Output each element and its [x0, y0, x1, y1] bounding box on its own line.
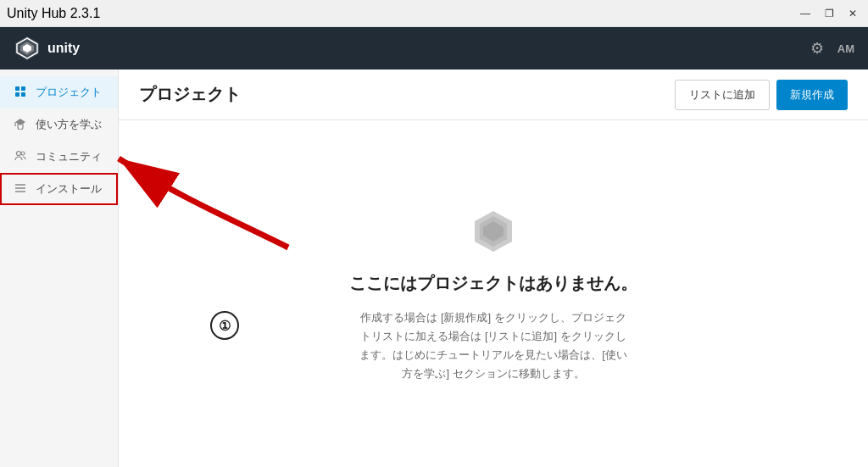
page-title: プロジェクト: [139, 83, 241, 106]
header-buttons: リストに追加 新規作成: [675, 80, 848, 110]
sidebar-item-learn[interactable]: 使い方を学ぶ: [0, 108, 118, 141]
minimize-button[interactable]: —: [797, 5, 814, 22]
unity-logo-icon: [14, 35, 41, 62]
projects-icon: [14, 86, 27, 100]
logo-text: unity: [47, 41, 80, 56]
learn-icon: [14, 118, 27, 132]
svg-rect-4: [15, 86, 19, 91]
new-project-button[interactable]: 新規作成: [776, 80, 848, 110]
add-to-list-button[interactable]: リストに追加: [675, 80, 770, 110]
content-header: プロジェクト リストに追加 新規作成: [119, 69, 868, 120]
title-text: Unity Hub 2.3.1: [7, 6, 100, 21]
sidebar: プロジェクト 使い方を学ぶ コミュニティ インストール: [0, 69, 119, 467]
header-right: ⚙ AM: [810, 39, 854, 58]
logo-area: unity: [14, 35, 80, 62]
gear-icon[interactable]: ⚙: [810, 39, 824, 58]
community-icon: [14, 150, 27, 164]
user-avatar: AM: [837, 42, 854, 55]
svg-rect-7: [21, 92, 25, 97]
restore-button[interactable]: ❐: [821, 5, 837, 22]
content-area: プロジェクト リストに追加 新規作成 ここにはプロジェクトはありません。 作成す…: [119, 69, 868, 467]
app-header: unity ⚙ AM: [0, 27, 868, 69]
svg-point-8: [17, 151, 21, 155]
svg-point-9: [21, 152, 25, 155]
close-button[interactable]: ✕: [844, 5, 861, 22]
sidebar-item-installs[interactable]: インストール: [0, 173, 118, 205]
sidebar-item-projects-label: プロジェクト: [36, 85, 102, 100]
svg-rect-6: [15, 92, 19, 97]
sidebar-item-community[interactable]: コミュニティ: [0, 141, 118, 173]
svg-rect-5: [21, 86, 25, 91]
empty-state-title: ここにはプロジェクトはありません。: [349, 272, 637, 295]
title-bar: Unity Hub 2.3.1 — ❐ ✕: [0, 0, 868, 27]
title-bar-controls: — ❐ ✕: [797, 5, 861, 22]
sidebar-item-installs-label: インストール: [36, 181, 102, 197]
empty-state-icon: [468, 204, 519, 255]
sidebar-item-community-label: コミュニティ: [36, 149, 102, 164]
sidebar-item-projects[interactable]: プロジェクト: [0, 76, 118, 108]
installs-icon: [14, 182, 27, 197]
empty-state: ここにはプロジェクトはありません。 作成する場合は [新規作成] をクリックし、…: [119, 120, 868, 467]
sidebar-item-learn-label: 使い方を学ぶ: [36, 117, 102, 132]
empty-state-description: 作成する場合は [新規作成] をクリックし、プロジェクトリストに加える場合は […: [358, 309, 629, 383]
main-layout: プロジェクト 使い方を学ぶ コミュニティ インストール プロジェクト リストに追…: [0, 69, 868, 467]
